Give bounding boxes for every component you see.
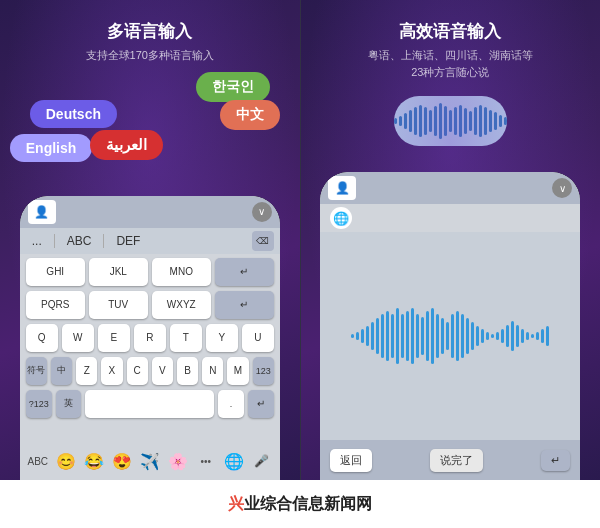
tag-chinese[interactable]: 中文 [220, 100, 280, 130]
waveform-large [330, 306, 570, 366]
large-wave-bar [446, 322, 449, 350]
emoji-dots[interactable]: ••• [194, 446, 218, 476]
right-subtitle-1: 粤语、上海话、四川话、湖南话等 [368, 47, 533, 64]
key-z[interactable]: Z [76, 357, 97, 385]
candidate-dots[interactable]: ... [26, 232, 48, 250]
key-123[interactable]: 123 [253, 357, 274, 385]
large-wave-bar [396, 308, 399, 364]
large-wave-bar [546, 326, 549, 346]
emoji-globe[interactable]: 🌐 [222, 446, 246, 476]
key-tuv[interactable]: TUV [89, 291, 148, 319]
voice-mid-area [320, 232, 580, 440]
large-wave-bar [381, 314, 384, 358]
emoji-mic[interactable]: 🎤 [250, 446, 274, 476]
wave-bar [409, 110, 412, 132]
key-w[interactable]: W [62, 324, 94, 352]
large-wave-bar [501, 329, 504, 343]
tag-english[interactable]: English [10, 134, 93, 162]
large-wave-bar [481, 329, 484, 343]
return-btn[interactable]: 返回 [330, 449, 372, 472]
key-num-toggle[interactable]: ?123 [26, 390, 52, 418]
key-v[interactable]: V [152, 357, 173, 385]
large-wave-bar [356, 332, 359, 340]
large-wave-bar [541, 329, 544, 343]
key-space[interactable] [85, 390, 214, 418]
candidate-abc[interactable]: ABC [61, 232, 98, 250]
kb-row-1: GHI JKL MNO ↵ [26, 258, 274, 286]
voice-bubble [394, 96, 507, 146]
dropdown-btn[interactable]: ∨ [252, 202, 272, 222]
enter-btn[interactable]: ↵ [541, 450, 570, 471]
emoji-face-5[interactable]: 🌸 [166, 446, 190, 476]
watermark-rest: 业综合信息新闻网 [244, 495, 372, 512]
key-e[interactable]: E [98, 324, 130, 352]
key-enter-1[interactable]: ↵ [215, 258, 274, 286]
key-ghi[interactable]: GHI [26, 258, 85, 286]
key-mno[interactable]: MNO [152, 258, 211, 286]
globe-icon-btn[interactable]: 🌐 [330, 207, 352, 229]
emoji-face-3[interactable]: 😍 [110, 446, 134, 476]
tag-deutsch[interactable]: Deutsch [30, 100, 117, 128]
wave-bar [484, 107, 487, 135]
key-u[interactable]: U [242, 324, 274, 352]
large-wave-bar [401, 314, 404, 358]
key-jkl[interactable]: JKL [89, 258, 148, 286]
key-n[interactable]: N [202, 357, 223, 385]
kb-row-qwerty: Q W E R T Y U [26, 324, 274, 352]
large-wave-bar [361, 329, 364, 343]
right-title: 高效语音输入 [399, 20, 501, 43]
key-q[interactable]: Q [26, 324, 58, 352]
large-wave-bar [436, 314, 439, 358]
key-wxyz[interactable]: WXYZ [152, 291, 211, 319]
tag-arabic[interactable]: العربية [90, 130, 163, 160]
key-y[interactable]: Y [206, 324, 238, 352]
large-wave-bar [421, 317, 424, 355]
large-wave-bar [386, 311, 389, 361]
emoji-face-1[interactable]: 😊 [54, 446, 78, 476]
key-chinese[interactable]: 中 [51, 357, 72, 385]
waveform-small [394, 103, 507, 139]
left-panel: 多语言输入 支持全球170多种语言输入 한국인 Deutsch 中文 Engli… [0, 0, 300, 480]
voice-top-bar: 👤 ∨ [320, 172, 580, 204]
key-x[interactable]: X [101, 357, 122, 385]
wave-bar [479, 105, 482, 137]
large-wave-bar [351, 334, 354, 338]
large-wave-bar [496, 332, 499, 340]
voice-person-icon-btn[interactable]: 👤 [328, 176, 356, 200]
key-enter-main[interactable]: ↵ [248, 390, 274, 418]
key-b[interactable]: B [177, 357, 198, 385]
key-symbol[interactable]: 符号 [26, 357, 47, 385]
done-btn[interactable]: 说完了 [430, 449, 483, 472]
key-period[interactable]: . [218, 390, 244, 418]
wave-bar [439, 103, 442, 139]
key-pqrs[interactable]: PQRS [26, 291, 85, 319]
key-en-toggle[interactable]: 英 [56, 390, 82, 418]
large-wave-bar [536, 332, 539, 340]
key-c[interactable]: C [127, 357, 148, 385]
wave-bar [499, 115, 502, 127]
phone-mockup-right: 👤 ∨ 🌐 [320, 172, 580, 480]
separator-1 [54, 234, 55, 248]
bottom-bar: 兴业综合信息新闻网 [0, 480, 600, 528]
emoji-face-2[interactable]: 😂 [82, 446, 106, 476]
voice-person-icon: 👤 [335, 181, 350, 195]
key-t[interactable]: T [170, 324, 202, 352]
emoji-face-4[interactable]: ✈️ [138, 446, 162, 476]
candidate-def[interactable]: DEF [110, 232, 146, 250]
key-r[interactable]: R [134, 324, 166, 352]
backspace-btn[interactable]: ⌫ [252, 231, 274, 251]
wave-bar [419, 105, 422, 137]
wave-bar [444, 106, 447, 136]
tag-korean[interactable]: 한국인 [196, 72, 270, 102]
emoji-abc[interactable]: ABC [26, 446, 50, 476]
wave-bar [449, 110, 452, 132]
key-m[interactable]: M [227, 357, 248, 385]
globe-area: 🌐 [320, 204, 580, 232]
phone-mockup-left: 👤 ∨ ... ABC DEF ⌫ [20, 196, 280, 481]
key-enter-2[interactable]: ↵ [215, 291, 274, 319]
voice-dropdown-btn[interactable]: ∨ [552, 178, 572, 198]
large-wave-bar [431, 308, 434, 364]
person-icon-btn[interactable]: 👤 [28, 200, 56, 224]
globe-icon: 🌐 [333, 211, 349, 226]
candidate-bar: ... ABC DEF ⌫ [20, 228, 280, 254]
